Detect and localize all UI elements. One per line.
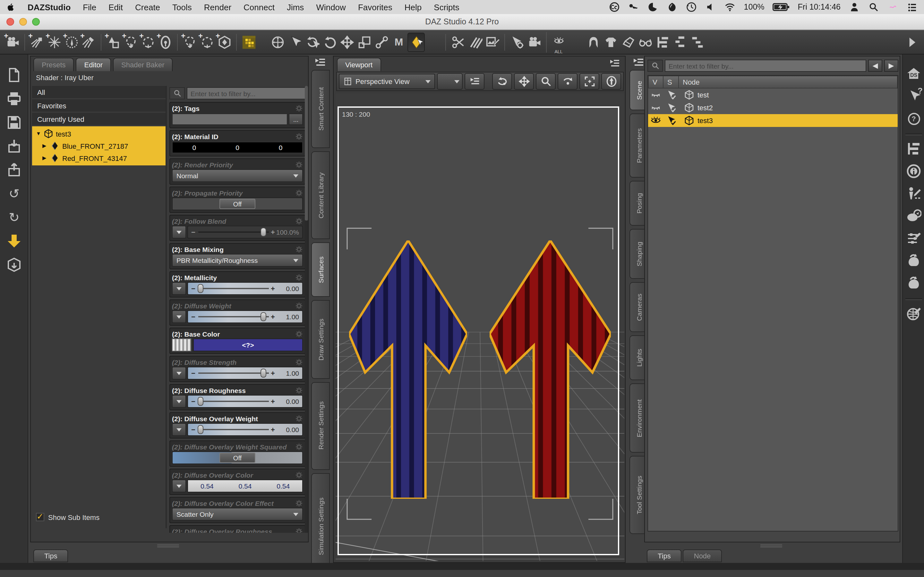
new-spotlight-icon[interactable]: + bbox=[80, 32, 97, 52]
menu-item-window[interactable]: Window bbox=[316, 2, 346, 12]
key-icon[interactable] bbox=[628, 2, 640, 12]
polygon-fill-icon[interactable] bbox=[467, 32, 484, 52]
node-selection-tool-icon[interactable] bbox=[286, 32, 304, 52]
tree-item[interactable]: ▶Red_FRONT_43147 bbox=[32, 152, 166, 164]
tree-item[interactable]: ▼test3 bbox=[32, 127, 166, 140]
new-null-icon[interactable]: + bbox=[122, 32, 139, 52]
clothing-visibility-icon[interactable] bbox=[602, 32, 619, 52]
properties-scrollbar[interactable] bbox=[305, 86, 308, 533]
menu-item-dazstudio[interactable]: DAZStudio bbox=[27, 2, 71, 12]
tab-tips[interactable]: Tips bbox=[647, 550, 682, 562]
value-dropdown-button[interactable] bbox=[172, 310, 186, 323]
value-dropdown-button[interactable] bbox=[172, 367, 186, 380]
new-bone-pair-icon[interactable]: + bbox=[181, 32, 198, 52]
rotate-tool-icon[interactable] bbox=[321, 32, 338, 52]
home-ds-icon[interactable]: DS bbox=[906, 66, 921, 81]
tree-item[interactable]: ▶Blue_FRONT_27187 bbox=[32, 140, 166, 152]
viewport-options-button[interactable] bbox=[465, 73, 485, 90]
scene-node-row[interactable]: test3 bbox=[648, 114, 898, 127]
slider-handle[interactable] bbox=[198, 425, 204, 434]
new-dformer-icon[interactable]: + bbox=[157, 32, 174, 52]
plus-glyph[interactable]: + bbox=[271, 426, 276, 434]
tags-input[interactable] bbox=[172, 113, 288, 125]
property-filter-input[interactable] bbox=[187, 87, 305, 99]
plus-glyph[interactable]: + bbox=[271, 228, 276, 236]
expander-icon[interactable]: ▼ bbox=[36, 131, 41, 137]
value-dropdown-button[interactable] bbox=[172, 282, 186, 295]
minus-glyph[interactable]: − bbox=[191, 228, 196, 236]
surface-selection-tool-icon[interactable] bbox=[407, 32, 425, 52]
sort-list-1-icon[interactable] bbox=[654, 32, 671, 52]
menu-item-scripts[interactable]: Scripts bbox=[434, 2, 459, 12]
scene-node-row[interactable]: test2 bbox=[648, 101, 898, 114]
save-icon[interactable] bbox=[6, 115, 22, 130]
toggle-control[interactable]: Off bbox=[172, 197, 303, 210]
tab-surfaces[interactable]: Surfaces bbox=[311, 242, 330, 297]
rotate-camera-button[interactable] bbox=[557, 73, 577, 90]
color-swatch-button[interactable] bbox=[172, 338, 191, 351]
reset-camera-button[interactable] bbox=[601, 73, 621, 90]
figure-visibility-icon[interactable] bbox=[567, 32, 585, 52]
gear-icon[interactable] bbox=[295, 161, 303, 168]
menu-item-help[interactable]: Help bbox=[405, 2, 422, 12]
close-button[interactable] bbox=[6, 18, 14, 26]
sort-list-2-icon[interactable] bbox=[671, 32, 688, 52]
plus-glyph[interactable]: + bbox=[271, 285, 276, 292]
slider-handle[interactable] bbox=[198, 397, 204, 406]
minus-glyph[interactable]: − bbox=[191, 369, 196, 377]
zoom-camera-button[interactable] bbox=[536, 73, 556, 90]
tab-simulation-settings[interactable]: Simulation Settings bbox=[311, 473, 330, 577]
gear-icon[interactable] bbox=[295, 217, 303, 225]
slider-control[interactable]: −+0.00 bbox=[187, 282, 303, 295]
app-circle-icon[interactable] bbox=[648, 2, 659, 12]
selectability-toggle[interactable] bbox=[664, 90, 679, 100]
toggle-off-button[interactable]: Off bbox=[220, 453, 255, 463]
hand-pose-icon[interactable] bbox=[906, 276, 921, 291]
tab-tips-left[interactable]: Tips bbox=[33, 550, 68, 562]
toggle-control[interactable]: Off bbox=[172, 451, 303, 464]
new-point-light-icon[interactable]: + bbox=[45, 32, 63, 52]
plus-glyph[interactable]: + bbox=[271, 369, 276, 377]
show-sub-items[interactable]: ✓ Show Sub Items bbox=[36, 513, 99, 521]
battery-icon[interactable] bbox=[773, 2, 790, 12]
dropdown-2[interactable]: Normal bbox=[172, 169, 303, 182]
notification-center-icon[interactable] bbox=[907, 2, 918, 12]
selectability-toggle[interactable] bbox=[664, 103, 679, 113]
show-sub-items-checkbox[interactable]: ✓ bbox=[36, 513, 44, 521]
value-dropdown-button[interactable] bbox=[172, 480, 186, 492]
minus-glyph[interactable]: − bbox=[191, 313, 196, 321]
new-distant-light-icon[interactable]: + bbox=[28, 32, 45, 52]
slider-handle[interactable] bbox=[260, 312, 266, 321]
creative-cloud-icon[interactable] bbox=[609, 2, 620, 12]
list-item-favorites[interactable]: Favorites bbox=[32, 99, 166, 111]
plus-glyph[interactable]: + bbox=[271, 313, 276, 321]
gear-icon[interactable] bbox=[295, 527, 303, 533]
list-item-all[interactable]: All bbox=[32, 86, 166, 98]
gear-icon[interactable] bbox=[295, 443, 303, 450]
slider-control[interactable]: −+0.00 bbox=[187, 423, 303, 436]
redo-icon[interactable]: ↻ bbox=[6, 210, 22, 225]
tab-node[interactable]: Node bbox=[683, 550, 722, 562]
viewport-pane-menu-icon[interactable] bbox=[608, 59, 621, 68]
joint-editor-icon[interactable] bbox=[373, 32, 390, 52]
gear-icon[interactable] bbox=[295, 386, 303, 394]
new-camera-icon[interactable]: + bbox=[4, 32, 21, 52]
selectability-toggle[interactable] bbox=[664, 115, 679, 126]
accessories-visibility-icon[interactable] bbox=[636, 32, 654, 52]
new-primitive-icon[interactable]: + bbox=[105, 32, 122, 52]
time-machine-icon[interactable] bbox=[686, 2, 697, 12]
gear-icon[interactable] bbox=[295, 358, 303, 366]
gear-icon[interactable] bbox=[295, 330, 303, 338]
comment-icon[interactable] bbox=[906, 208, 921, 224]
shape-icon[interactable] bbox=[667, 2, 678, 12]
rotate-view-tool-icon[interactable] bbox=[304, 32, 321, 52]
download-icon[interactable] bbox=[6, 234, 22, 249]
gear-icon[interactable] bbox=[295, 414, 303, 422]
tab-content-library[interactable]: Content Library bbox=[311, 151, 330, 239]
dropdown-14[interactable]: Scatter Only bbox=[172, 508, 303, 521]
search-icon[interactable] bbox=[170, 87, 185, 99]
value-dropdown-button[interactable] bbox=[172, 423, 186, 436]
import-icon[interactable] bbox=[6, 139, 22, 154]
minimize-button[interactable] bbox=[19, 18, 27, 26]
help-icon[interactable]: ? bbox=[906, 111, 921, 126]
